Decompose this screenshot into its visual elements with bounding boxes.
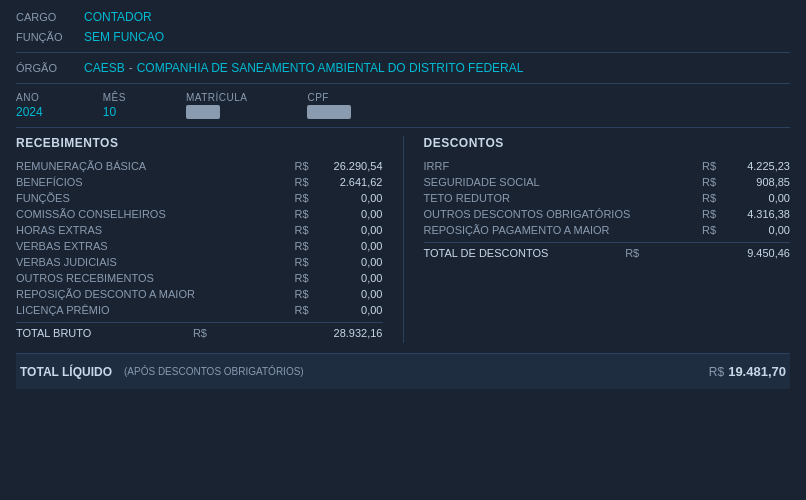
row-amount: 0,00: [313, 256, 383, 268]
row-label: HORAS EXTRAS: [16, 224, 294, 236]
orgao-separator: -: [129, 61, 133, 75]
row-amount: 0,00: [720, 192, 790, 204]
row-amount: 4.225,23: [720, 160, 790, 172]
total-liquido-amount-section: R$ 19.481,70: [709, 364, 786, 379]
orgao-row: ÓRGÃO CAESB - COMPANHIA DE SANEAMENTO AM…: [16, 61, 790, 75]
descontos-total-currency: R$: [625, 247, 639, 259]
total-liquido-left: TOTAL LÍQUIDO (APÓS DESCONTOS OBRIGATÓRI…: [20, 365, 304, 379]
row-label: OUTROS DESCONTOS OBRIGATÓRIOS: [424, 208, 702, 220]
row-amount: 0,00: [313, 224, 383, 236]
row-currency: R$: [294, 176, 308, 188]
row-amount: 908,85: [720, 176, 790, 188]
table-row: TETO REDUTOR R$ 0,00: [424, 190, 791, 206]
cargo-row: CARGO CONTADOR: [16, 10, 790, 24]
cpf-masked: ***·····**: [307, 105, 351, 119]
total-liquido-row: TOTAL LÍQUIDO (APÓS DESCONTOS OBRIGATÓRI…: [16, 353, 790, 389]
row-currency: R$: [702, 224, 716, 236]
orgao-code: CAESB: [84, 61, 125, 75]
table-row: OUTROS DESCONTOS OBRIGATÓRIOS R$ 4.316,3…: [424, 206, 791, 222]
total-liquido-label: TOTAL LÍQUIDO: [20, 365, 112, 379]
descontos-total-label: TOTAL DE DESCONTOS: [424, 247, 549, 259]
cargo-label: CARGO: [16, 11, 76, 23]
total-liquido-subtitle: (APÓS DESCONTOS OBRIGATÓRIOS): [124, 366, 304, 377]
row-amount: 0,00: [313, 208, 383, 220]
descontos-total-amount: 9.450,46: [720, 247, 790, 259]
row-label: VERBAS EXTRAS: [16, 240, 294, 252]
row-amount: 0,00: [720, 224, 790, 236]
row-currency: R$: [702, 192, 716, 204]
row-currency: R$: [294, 160, 308, 172]
mes-col: MÊS 10: [103, 92, 126, 119]
meta-row: ANO 2024 MÊS 10 MATRÍCULA ········· CPF …: [16, 92, 790, 119]
table-row: REPOSIÇÃO DESCONTO A MAIOR R$ 0,00: [16, 286, 383, 302]
table-row: LICENÇA PRÊMIO R$ 0,00: [16, 302, 383, 318]
row-label: IRRF: [424, 160, 702, 172]
row-label: TETO REDUTOR: [424, 192, 702, 204]
row-currency: R$: [294, 224, 308, 236]
row-label: LICENÇA PRÊMIO: [16, 304, 294, 316]
table-row: VERBAS EXTRAS R$ 0,00: [16, 238, 383, 254]
row-label: REPOSIÇÃO PAGAMENTO A MAIOR: [424, 224, 702, 236]
mes-value: 10: [103, 105, 126, 119]
total-liquido-currency: R$: [709, 365, 724, 379]
table-row: FUNÇÕES R$ 0,00: [16, 190, 383, 206]
row-currency: R$: [702, 208, 716, 220]
ano-value: 2024: [16, 105, 43, 119]
table-row: SEGURIDADE SOCIAL R$ 908,85: [424, 174, 791, 190]
table-row: COMISSÃO CONSELHEIROS R$ 0,00: [16, 206, 383, 222]
table-row: REPOSIÇÃO PAGAMENTO A MAIOR R$ 0,00: [424, 222, 791, 238]
table-row: VERBAS JUDICIAIS R$ 0,00: [16, 254, 383, 270]
recebimentos-total-currency: R$: [193, 327, 207, 339]
recebimentos-items: REMUNERAÇÃO BÁSICA R$ 26.290,54 BENEFÍCI…: [16, 158, 383, 318]
table-row: REMUNERAÇÃO BÁSICA R$ 26.290,54: [16, 158, 383, 174]
matricula-label: MATRÍCULA: [186, 92, 248, 103]
row-label: BENEFÍCIOS: [16, 176, 294, 188]
row-currency: R$: [702, 160, 716, 172]
row-amount: 0,00: [313, 288, 383, 300]
row-label: SEGURIDADE SOCIAL: [424, 176, 702, 188]
row-label: REPOSIÇÃO DESCONTO A MAIOR: [16, 288, 294, 300]
table-row: HORAS EXTRAS R$ 0,00: [16, 222, 383, 238]
descontos-col: DESCONTOS IRRF R$ 4.225,23 SEGURIDADE SO…: [403, 136, 791, 343]
row-label: REMUNERAÇÃO BÁSICA: [16, 160, 294, 172]
divider-2: [16, 83, 790, 84]
row-currency: R$: [294, 192, 308, 204]
recebimentos-col: RECEBIMENTOS REMUNERAÇÃO BÁSICA R$ 26.29…: [16, 136, 403, 343]
matricula-masked: ·········: [186, 105, 220, 119]
table-row: IRRF R$ 4.225,23: [424, 158, 791, 174]
matricula-col: MATRÍCULA ·········: [186, 92, 248, 119]
ano-col: ANO 2024: [16, 92, 43, 119]
row-currency: R$: [294, 288, 308, 300]
row-currency: R$: [294, 272, 308, 284]
row-currency: R$: [702, 176, 716, 188]
row-label: COMISSÃO CONSELHEIROS: [16, 208, 294, 220]
matricula-value: ·········: [186, 105, 248, 119]
row-currency: R$: [294, 240, 308, 252]
funcao-row: FUNÇÃO SEM FUNCAO: [16, 30, 790, 44]
table-row: BENEFÍCIOS R$ 2.641,62: [16, 174, 383, 190]
divider-1: [16, 52, 790, 53]
recebimentos-total-amount: 28.932,16: [312, 327, 382, 339]
row-amount: 0,00: [313, 272, 383, 284]
row-amount: 2.641,62: [313, 176, 383, 188]
funcao-label: FUNÇÃO: [16, 31, 76, 43]
descontos-header: DESCONTOS: [424, 136, 791, 150]
columns-container: RECEBIMENTOS REMUNERAÇÃO BÁSICA R$ 26.29…: [16, 136, 790, 343]
funcao-value: SEM FUNCAO: [84, 30, 164, 44]
descontos-total-row: TOTAL DE DESCONTOS R$ 9.450,46: [424, 242, 791, 263]
row-currency: R$: [294, 256, 308, 268]
ano-label: ANO: [16, 92, 43, 103]
table-row: OUTROS RECEBIMENTOS R$ 0,00: [16, 270, 383, 286]
divider-3: [16, 127, 790, 128]
recebimentos-total-label: TOTAL BRUTO: [16, 327, 91, 339]
row-amount: 0,00: [313, 304, 383, 316]
orgao-label: ÓRGÃO: [16, 62, 76, 74]
recebimentos-header: RECEBIMENTOS: [16, 136, 383, 150]
cargo-value: CONTADOR: [84, 10, 152, 24]
row-currency: R$: [294, 304, 308, 316]
row-label: VERBAS JUDICIAIS: [16, 256, 294, 268]
row-label: OUTROS RECEBIMENTOS: [16, 272, 294, 284]
row-amount: 4.316,38: [720, 208, 790, 220]
row-amount: 0,00: [313, 192, 383, 204]
orgao-name: COMPANHIA DE SANEAMENTO AMBIENTAL DO DIS…: [137, 61, 524, 75]
